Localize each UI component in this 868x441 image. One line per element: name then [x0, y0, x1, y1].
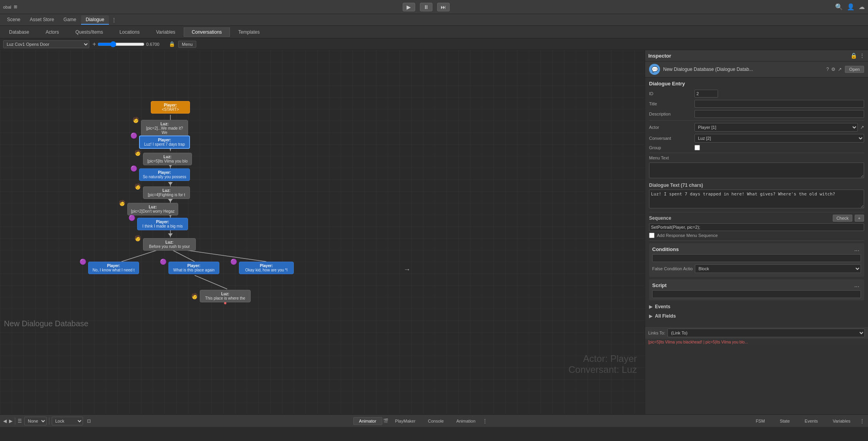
node-luz3[interactable]: Luz: [pic=4]Fighting is for t: [143, 186, 190, 199]
dialogue-tab[interactable]: Dialogue: [81, 15, 109, 25]
actor-icon-player3: 🟣: [128, 215, 135, 221]
more-inspector-icon[interactable]: ⋮: [859, 52, 865, 59]
node-luz4[interactable]: Luz: [pic=2]Don't worry Hegaz: [127, 203, 178, 215]
conditions-ellipsis-button[interactable]: ...: [853, 246, 861, 253]
actor-icon-luz1: 🧑: [132, 117, 139, 123]
layout-icon[interactable]: ☰: [18, 418, 22, 424]
open-button[interactable]: Open: [845, 66, 864, 73]
settings-icon[interactable]: ⚙: [831, 67, 835, 72]
fsm-tab[interactable]: FSM: [750, 417, 770, 425]
events-tab[interactable]: Events: [799, 417, 824, 425]
script-input[interactable]: [652, 290, 861, 298]
prev-button[interactable]: ◀: [3, 418, 7, 424]
variables-tab[interactable]: Variables: [827, 417, 856, 425]
title-input[interactable]: [694, 100, 864, 108]
add-response-seq-checkbox[interactable]: [649, 233, 655, 238]
description-row: Description: [649, 110, 864, 118]
playmaker-tab[interactable]: PlayMaker: [389, 417, 421, 425]
conditions-input[interactable]: [652, 254, 861, 262]
actor-link-icon[interactable]: ↗: [860, 125, 864, 130]
expand-icon[interactable]: ↗: [838, 67, 842, 72]
events-expand-row[interactable]: ▶ Events: [649, 303, 864, 311]
lock-inspector-icon[interactable]: 🔒: [850, 52, 857, 59]
tab-actors[interactable]: Actors: [37, 27, 67, 37]
tab-quests[interactable]: Quests/Items: [67, 27, 111, 37]
account-icon[interactable]: 👤: [847, 3, 855, 11]
none-select[interactable]: None: [24, 417, 47, 425]
lock-select[interactable]: Lock: [52, 417, 83, 425]
cloud-icon[interactable]: ☁: [859, 3, 865, 11]
bottom-bar: ◀ ▶ ☰ None Lock ⊡ Animator 🎬 PlayMaker C…: [0, 414, 868, 427]
sequence-input[interactable]: [649, 223, 864, 231]
tab-variables[interactable]: Variables: [148, 27, 183, 37]
node-player3[interactable]: Player: I think I made a big mis: [137, 218, 188, 230]
dialogue-text-section: Dialogue Text (71 chars) Luz! I spent 7 …: [649, 183, 864, 210]
play-button[interactable]: ▶: [403, 3, 415, 11]
tab-locations[interactable]: Locations: [111, 27, 148, 37]
check-button[interactable]: Check: [833, 215, 852, 222]
links-select[interactable]: (Link To) Node 1 Node 2: [667, 329, 865, 337]
false-condition-select[interactable]: Block Continue PassThrough: [695, 264, 861, 273]
node-player1[interactable]: Player: Luz! I spent 7 days trap: [139, 136, 190, 149]
tab-database[interactable]: Database: [1, 27, 37, 37]
next-button[interactable]: ▶: [9, 418, 13, 424]
group-checkbox[interactable]: [694, 145, 700, 150]
canvas-area[interactable]: Player: <START> 🧑 Luz: [pic=2]...We made…: [0, 50, 645, 414]
nav-tabs: Database Actors Quests/Items Locations V…: [0, 26, 868, 38]
node-player4[interactable]: Player: No, I know what I need t: [88, 262, 139, 274]
node-start[interactable]: Player: <START>: [151, 101, 190, 114]
conversation-select[interactable]: Luz Cov1 Opens Door: [3, 40, 89, 48]
actor-select[interactable]: Player [1]: [694, 123, 858, 132]
node-luz5[interactable]: Luz: Before you rush to your: [143, 238, 196, 251]
allfields-expand-row[interactable]: ▶ All Fields: [649, 312, 864, 320]
conditions-section: Conditions ... False Condition Actio Blo…: [649, 243, 864, 277]
actor-label: Actor: [649, 125, 692, 130]
node-player2[interactable]: Player: So naturally you possess: [139, 168, 190, 181]
asset-tab[interactable]: Asset Store: [25, 15, 59, 25]
node-luz1[interactable]: Luz: [pic=2]...We made it? We: [141, 120, 188, 137]
svg-marker-15: [168, 182, 173, 185]
script-ellipsis-button[interactable]: ...: [853, 282, 861, 289]
animator-tab[interactable]: Animator: [353, 417, 382, 425]
bottom-more-button[interactable]: ⋮: [482, 418, 488, 424]
zoom-plus-icon[interactable]: +: [92, 41, 96, 48]
node-player5[interactable]: Player: What is this place again: [168, 262, 219, 274]
none-separator: [49, 418, 49, 425]
lock-icon[interactable]: 🔒: [169, 41, 175, 47]
step-button[interactable]: ⏭: [437, 3, 450, 11]
bottom-tabs: Animator 🎬 PlayMaker Console Animation ⋮: [94, 417, 747, 425]
menu-button[interactable]: Menu: [178, 41, 196, 48]
scene-tab[interactable]: Scene: [2, 15, 25, 25]
node-player6[interactable]: Player: Okay kid, how are you *l: [239, 262, 294, 274]
state-tab[interactable]: State: [774, 417, 796, 425]
window-tabs: Scene Asset Store Game Dialogue ⋮: [0, 14, 868, 26]
help-icon[interactable]: ?: [826, 67, 829, 72]
bottom-right-more-button[interactable]: ⋮: [859, 418, 865, 424]
inspector-title: Inspector: [648, 53, 847, 59]
node-luz2[interactable]: Luz: [pic=5]Its Vilma you blo: [143, 153, 192, 165]
svg-line-11: [195, 275, 227, 289]
animation-tab[interactable]: Animation: [450, 417, 481, 425]
zoom-slider[interactable]: [98, 41, 145, 47]
title-row: Title: [649, 100, 864, 108]
plus-button[interactable]: +: [855, 215, 864, 222]
conversant-select[interactable]: Luz [2]: [694, 134, 864, 143]
game-tab[interactable]: Game: [59, 15, 81, 25]
allfields-section: ▶ All Fields: [649, 312, 864, 320]
id-input[interactable]: [694, 90, 718, 98]
pause-button[interactable]: ⏸: [420, 3, 432, 11]
window-tabs-left: Scene Asset Store Game Dialogue ⋮: [0, 15, 121, 25]
search-icon[interactable]: 🔍: [835, 3, 843, 11]
allfields-label: All Fields: [655, 313, 676, 319]
inspector-panel: Inspector 🔒 ⋮ 💬 New Dialogue Database (D…: [645, 50, 868, 414]
node-luz6[interactable]: Luz: This place is where the: [200, 290, 251, 302]
more-tabs-button[interactable]: ⋮: [109, 17, 119, 23]
conditions-title: Conditions: [652, 246, 853, 252]
dialogue-text-area[interactable]: Luz! I spent 7 days trapped in here! Wha…: [649, 190, 864, 208]
tab-templates[interactable]: Templates: [230, 27, 268, 37]
description-input[interactable]: [694, 110, 864, 118]
menu-text-area[interactable]: [649, 163, 864, 178]
svg-line-10: [178, 249, 266, 262]
tab-conversations[interactable]: Conversations: [184, 27, 230, 37]
console-tab[interactable]: Console: [422, 417, 450, 425]
